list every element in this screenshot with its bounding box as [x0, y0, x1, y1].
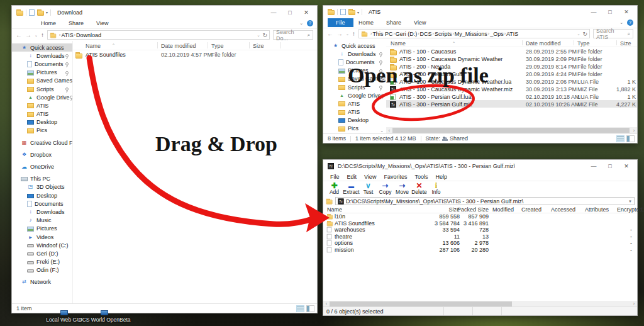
minimize-button[interactable]: — [265, 7, 282, 18]
quick-access-customize-icon[interactable]: ▾ [46, 10, 48, 14]
back-button[interactable]: ← [327, 30, 333, 37]
sidebar-item-saved-games[interactable]: Saved Games [323, 75, 386, 83]
file-row[interactable]: ATIS - 100 - Caucasus Dynamic Weather.lu… [386, 77, 637, 85]
sidebar-scroll-down-icon[interactable]: ⌄ [380, 128, 384, 133]
column-accessed[interactable]: Accessed [551, 206, 575, 213]
sidebar-item-downloads[interactable]: Downloads [323, 50, 386, 58]
forward-button[interactable]: → [336, 30, 343, 37]
breadcrumb-segment[interactable]: ATIS [61, 32, 73, 38]
refresh-icon[interactable]: ↻ [582, 31, 587, 37]
column-header-size[interactable]: Size [620, 40, 631, 47]
column-header-size[interactable]: Size [253, 43, 264, 49]
column-header-name[interactable]: Name [86, 43, 101, 49]
sidebar-item-documents[interactable]: Documents [12, 200, 72, 208]
sidebar-item-atis[interactable]: ATIS [12, 110, 72, 118]
ribbon-collapse-icon[interactable]: ⌄ [299, 21, 303, 26]
sidebar-item-windoof-c-[interactable]: Windoof (C:) [12, 241, 72, 249]
sidebar-item-pics[interactable]: Pics [323, 125, 386, 133]
sidebar-item-network[interactable]: Network [12, 278, 72, 286]
minimize-button[interactable]: — [586, 160, 602, 172]
archive-row[interactable]: warehouses33 594728- [323, 227, 637, 233]
left-file-pane[interactable]: ⌃ Name Date modified Type Size ATIS Soun… [73, 41, 317, 303]
column-comment[interactable]: Co [641, 206, 644, 213]
sidebar-item-atis[interactable]: ATIS [323, 108, 386, 116]
tab-view[interactable]: View [90, 19, 114, 28]
combo-dropdown-icon[interactable]: ▼ [628, 200, 632, 203]
left-address-bar[interactable]: ›ATIS›Download ⌄ ↻ [47, 30, 270, 40]
sidebar-item-desktop[interactable]: Desktop [12, 191, 72, 200]
breadcrumb-segment[interactable]: ATIS [506, 31, 518, 37]
sidebar-item-videos[interactable]: Videos [12, 233, 72, 241]
scroll-right-icon[interactable]: › [631, 301, 637, 306]
up-button[interactable]: ↑ [41, 31, 44, 38]
zip-horizontal-scrollbar[interactable]: ‹ › [323, 301, 637, 306]
sidebar-item-atis[interactable]: ATIS [12, 101, 72, 110]
file-row[interactable]: ATIS - 100 - Caucasus Dynamic Weather.mi… [386, 85, 637, 93]
toolbar-info-button[interactable]: Info [428, 182, 445, 195]
column-name[interactable]: Name [327, 206, 342, 213]
tab-share[interactable]: Share [380, 18, 408, 28]
sidebar-item-scripts[interactable]: Scripts [12, 85, 72, 93]
address-dropdown-icon[interactable]: ⌄ [257, 33, 260, 37]
file-row[interactable]: ATIS Soundfiles02.10.2019 4:57 PMFile fo… [73, 50, 317, 60]
toolbar-move-button[interactable]: Move [394, 182, 411, 195]
column-encrypted[interactable]: Encrypted [617, 206, 643, 213]
archive-row[interactable]: ATIS Soundfiles3 584 7843 416 891 [323, 220, 637, 227]
recent-locations-icon[interactable]: ⌄ [346, 31, 349, 36]
column-header-type[interactable]: Type [211, 43, 224, 49]
up-level-icon[interactable] [326, 200, 333, 204]
desktop-label-dcs-world[interactable]: DCS World OpenBeta [78, 317, 131, 323]
sidebar-item-quick-access[interactable]: Quick access [12, 43, 72, 52]
toolbar-delete-button[interactable]: Delete [411, 182, 428, 195]
tab-home[interactable]: Home [35, 19, 62, 28]
sidebar-item-pictures[interactable]: Pictures [323, 67, 386, 75]
sidebar-item-documents[interactable]: Documents [12, 60, 72, 68]
menu-tools[interactable]: Tools [411, 174, 431, 180]
sidebar-item-documents[interactable]: Documents [323, 58, 386, 66]
breadcrumb-segment[interactable]: My_Missions [455, 31, 487, 37]
file-row[interactable]: ATIS - 100 - Caucasus28.09.2019 2:55 PMF… [386, 47, 637, 55]
sidebar-item-downloads[interactable]: Downloads [12, 208, 72, 216]
scroll-right-icon[interactable]: › [631, 128, 637, 133]
toolbar-test-button[interactable]: Test [360, 182, 377, 195]
back-button[interactable]: ← [16, 31, 22, 38]
address-dropdown-icon[interactable]: ⌄ [577, 31, 580, 36]
scrollbar-thumb[interactable] [330, 301, 512, 306]
breadcrumb-segment[interactable]: DCS [420, 31, 432, 37]
sidebar-item-onedrive[interactable]: OneDrive [12, 162, 72, 171]
toolbar-copy-button[interactable]: Copy [377, 182, 394, 195]
tab-file[interactable]: File [328, 18, 353, 27]
scroll-left-icon[interactable]: ‹ [386, 128, 392, 133]
right-search-input[interactable]: Search ATIS ⌕ [593, 29, 633, 38]
left-search-input[interactable]: Search Do... ⌕ [273, 30, 313, 40]
maximize-button[interactable]: □ [602, 6, 618, 18]
quick-access-properties-icon[interactable] [29, 9, 35, 16]
column-header-modified[interactable]: Date modified [161, 43, 196, 49]
right-file-pane[interactable]: ⌃ Name Date modified Type Size ATIS - 10… [386, 39, 637, 133]
sidebar-item-desktop[interactable]: Desktop [12, 118, 72, 126]
forward-button[interactable]: → [25, 31, 31, 38]
minimize-button[interactable]: — [586, 6, 602, 18]
up-button[interactable]: ↑ [352, 30, 355, 37]
sidebar-item-creative-cloud-files[interactable]: Creative Cloud Files [12, 138, 72, 147]
tab-share[interactable]: Share [62, 19, 90, 28]
explorer-window-download[interactable]: ▾ Download — □ ✕ HomeShareView ⌄ ? ← → ⌄… [11, 5, 318, 313]
thumbnails-view-icon[interactable] [306, 305, 314, 312]
ribbon-collapse-icon[interactable]: ⌄ [619, 20, 623, 25]
refresh-icon[interactable]: ↻ [262, 32, 267, 38]
quick-access-customize-icon[interactable]: ▾ [357, 10, 359, 14]
close-button[interactable]: ✕ [618, 6, 635, 18]
sidebar-item-scripts[interactable]: Scripts [323, 83, 386, 91]
maximize-button[interactable]: □ [602, 160, 618, 172]
toolbar-extract-button[interactable]: Extract [343, 182, 360, 195]
archive-row[interactable]: theatre1113- [323, 233, 637, 240]
file-row[interactable]: ATIS - 100 - Caucasus Dynamic Weather30.… [386, 55, 637, 62]
tab-view[interactable]: View [408, 18, 432, 28]
breadcrumb-segment[interactable]: Geri (D:) [396, 31, 418, 37]
column-attributes[interactable]: Attributes [585, 206, 609, 213]
menu-view[interactable]: View [360, 174, 380, 180]
sidebar-item-pictures[interactable]: Pictures [12, 69, 72, 77]
help-icon[interactable]: ? [627, 20, 633, 26]
sidebar-item-google-drive[interactable]: Google Drive [12, 93, 72, 101]
desktop-label-local-web-gui[interactable]: Local Web GUI [45, 317, 83, 323]
